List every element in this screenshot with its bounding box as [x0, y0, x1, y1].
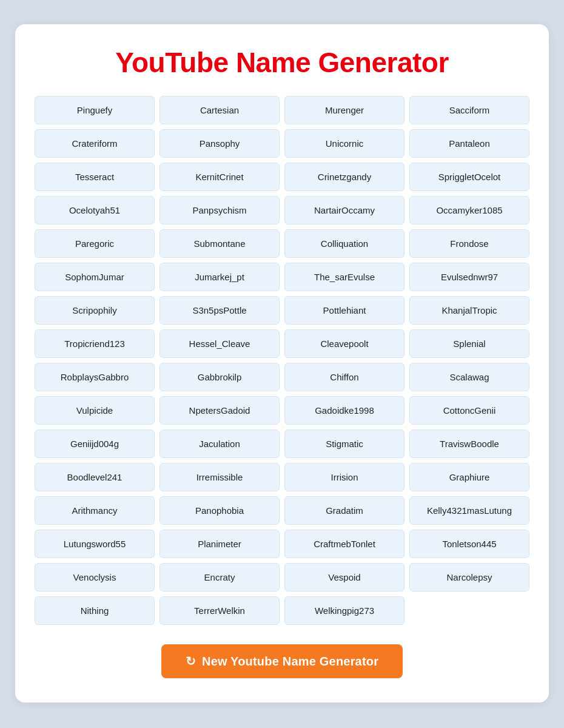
- name-cell: Panophobia: [159, 496, 280, 525]
- name-cell: Ocelotyah51: [35, 196, 155, 224]
- name-cell: Frondose: [409, 229, 529, 258]
- name-cell: Sacciform: [409, 96, 529, 124]
- name-cell: The_sarEvulse: [284, 263, 405, 291]
- name-cell: Hessel_Cleave: [159, 329, 280, 358]
- name-cell: Planimeter: [159, 530, 280, 558]
- name-cell: Gabbrokilp: [159, 363, 280, 391]
- name-cell: NartairOccamy: [284, 196, 405, 224]
- name-cell: TerrerWelkin: [159, 596, 280, 625]
- name-cell: Evulsednwr97: [409, 263, 529, 291]
- name-cell: Venoclysis: [35, 563, 155, 592]
- main-card: YouTube Name Generator PinguefyCartesian…: [15, 24, 549, 703]
- name-cell: Jaculation: [159, 430, 280, 458]
- name-cell: Kelly4321masLutung: [409, 496, 529, 525]
- page-title: YouTube Name Generator: [35, 46, 529, 79]
- name-cell: Lutungsword55: [35, 530, 155, 558]
- name-cell: Tesseract: [35, 163, 155, 191]
- name-cell: CottoncGenii: [409, 396, 529, 425]
- name-cell: Panpsychism: [159, 196, 280, 224]
- name-cell: Colliquation: [284, 229, 405, 258]
- name-cell: Boodlevel241: [35, 463, 155, 491]
- name-cell: Nithing: [35, 596, 155, 625]
- name-cell: Submontane: [159, 229, 280, 258]
- name-cell: RobplaysGabbro: [35, 363, 155, 391]
- empty-cell: [409, 596, 529, 625]
- name-cell: Tropicriend123: [35, 329, 155, 358]
- name-cell: Occamyker1085: [409, 196, 529, 224]
- name-cell: Graphiure: [409, 463, 529, 491]
- name-cell: Vespoid: [284, 563, 405, 592]
- name-cell: Tonletson445: [409, 530, 529, 558]
- name-cell: Pinguefy: [35, 96, 155, 124]
- name-cell: Cartesian: [159, 96, 280, 124]
- name-cell: Vulpicide: [35, 396, 155, 425]
- names-grid: PinguefyCartesianMurengerSacciformCrater…: [35, 96, 529, 625]
- name-cell: Arithmancy: [35, 496, 155, 525]
- name-cell: KhanjalTropic: [409, 296, 529, 325]
- name-cell: Jumarkej_pt: [159, 263, 280, 291]
- name-cell: Gadoidke1998: [284, 396, 405, 425]
- name-cell: Unicornic: [284, 129, 405, 158]
- name-cell: NpetersGadoid: [159, 396, 280, 425]
- name-cell: Gradatim: [284, 496, 405, 525]
- name-cell: Chiffon: [284, 363, 405, 391]
- name-cell: SophomJumar: [35, 263, 155, 291]
- name-cell: KernitCrinet: [159, 163, 280, 191]
- name-cell: Scripophily: [35, 296, 155, 325]
- name-cell: Pansophy: [159, 129, 280, 158]
- refresh-icon: ↻: [186, 654, 196, 669]
- name-cell: Crinetzgandy: [284, 163, 405, 191]
- name-cell: Narcolepsy: [409, 563, 529, 592]
- name-cell: Irremissible: [159, 463, 280, 491]
- name-cell: Pottlehiant: [284, 296, 405, 325]
- name-cell: Irrision: [284, 463, 405, 491]
- name-cell: SpriggletOcelot: [409, 163, 529, 191]
- name-cell: CraftmebTonlet: [284, 530, 405, 558]
- name-cell: Stigmatic: [284, 430, 405, 458]
- generate-button[interactable]: ↻ New Youtube Name Generator: [161, 644, 403, 678]
- generate-button-label: New Youtube Name Generator: [202, 655, 378, 669]
- name-cell: Cleavepoolt: [284, 329, 405, 358]
- name-cell: Murenger: [284, 96, 405, 124]
- name-cell: Pantaleon: [409, 129, 529, 158]
- name-cell: Scalawag: [409, 363, 529, 391]
- name-cell: Crateriform: [35, 129, 155, 158]
- name-cell: S3n5psPottle: [159, 296, 280, 325]
- name-cell: Paregoric: [35, 229, 155, 258]
- name-cell: Welkingpig273: [284, 596, 405, 625]
- name-cell: Geniijd004g: [35, 430, 155, 458]
- name-cell: Encraty: [159, 563, 280, 592]
- name-cell: Splenial: [409, 329, 529, 358]
- name-cell: TraviswBoodle: [409, 430, 529, 458]
